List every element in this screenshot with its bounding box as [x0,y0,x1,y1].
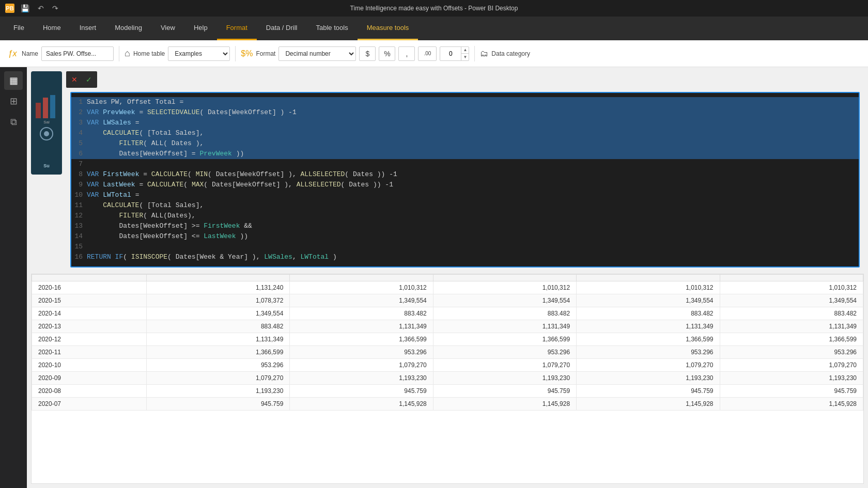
line-number: 3 [71,118,87,128]
cell-value: 1,131,349 [433,320,576,333]
line-number: 11 [71,200,87,211]
dax-line: 1Sales PW, Offset Total = [71,97,859,107]
format-currency-icon: $% [241,49,253,58]
svg-rect-5 [43,98,48,118]
svg-rect-4 [36,103,41,118]
window-title: Time Intelligence made easy with Offsets… [350,5,518,12]
dax-editor[interactable]: 1Sales PW, Offset Total = 2VAR PrevWeek … [70,92,860,267]
cell-value: 1,131,349 [577,320,720,333]
line-number: 12 [71,211,87,221]
table-row[interactable]: 2020-121,131,3491,366,5991,366,5991,366,… [32,333,863,346]
title-bar: PB 💾 ↶ ↷ Time Intelligence made easy wit… [0,0,868,17]
table-row[interactable]: 2020-10953.2961,079,2701,079,2701,079,27… [32,359,863,372]
undo-button[interactable]: ↶ [36,3,46,13]
menu-file[interactable]: File [4,17,34,40]
cell-date: 2020-07 [32,398,147,411]
visual-thumbnail: Sal Su [31,71,62,175]
table-row[interactable]: 2020-111,366,599953.296953.296953.296953… [32,346,863,359]
menu-home[interactable]: Home [34,17,70,40]
cell-value: 1,010,312 [433,281,576,294]
percent-button[interactable]: % [379,46,395,61]
table-row[interactable]: 2020-13883.4821,131,3491,131,3491,131,34… [32,320,863,333]
cancel-edit-button[interactable]: ✕ [68,73,81,86]
decrease-decimal-button[interactable]: .00 [418,46,437,61]
dollar-button[interactable]: $ [359,46,376,61]
menu-format[interactable]: Format [217,17,257,40]
menu-modeling[interactable]: Modeling [105,17,151,40]
sidebar: ▦ ⊞ ⧉ [0,67,27,488]
table-row[interactable]: 2020-151,078,3721,349,5541,349,5541,349,… [32,294,863,307]
dax-line: 4 CALCULATE( [Total Sales], [71,128,859,138]
dax-line: 8VAR FirstWeek = CALCULATE( MIN( Dates[W… [71,169,859,180]
line-content: VAR LWTotal = [87,190,859,200]
line-content: VAR FirstWeek = CALCULATE( MIN( Dates[We… [87,169,859,180]
cell-value: 1,145,928 [720,398,863,411]
sidebar-model-icon[interactable]: ⧉ [4,113,23,131]
menu-insert[interactable]: Insert [70,17,106,40]
home-table-select[interactable]: Examples [168,46,230,61]
svg-point-3 [44,131,49,136]
confirm-edit-button[interactable]: ✓ [83,73,95,86]
cell-value: 883.482 [720,307,863,320]
table-row[interactable]: 2020-141,349,554883.482883.482883.482883… [32,307,863,320]
cell-value: 1,079,270 [290,359,433,372]
cell-value: 945.759 [433,385,576,398]
dax-line: 13 Dates[WeekOffset] >= FirstWeek && [71,221,859,231]
line-content: Dates[WeekOffset] >= FirstWeek && [87,221,859,231]
cell-value: 1,131,349 [146,333,289,346]
cell-value: 1,366,599 [720,333,863,346]
cell-value: 1,349,554 [290,294,433,307]
cell-value: 1,366,599 [577,333,720,346]
redo-button[interactable]: ↷ [50,3,60,13]
table-row[interactable]: 2020-07945.7591,145,9281,145,9281,145,92… [32,398,863,411]
cell-value: 1,193,230 [433,372,576,385]
menu-view[interactable]: View [151,17,184,40]
line-content: Dates[WeekOffset] = PrevWeek )) [87,149,859,159]
content-area: Sal Su ✕ ✓ [27,67,868,488]
editor-controls: ✕ ✓ [66,71,97,88]
table-row[interactable]: 2020-161,131,2401,010,3121,010,3121,010,… [32,281,863,294]
cell-value: 1,145,928 [290,398,433,411]
menu-table-tools[interactable]: Table tools [306,17,357,40]
table-row[interactable]: 2020-091,079,2701,193,2301,193,2301,193,… [32,372,863,385]
divider-2 [235,46,236,61]
data-table-container[interactable]: 2020-161,131,2401,010,3121,010,3121,010,… [31,274,864,484]
menu-data-drill[interactable]: Data / Drill [257,17,307,40]
data-category-label: Data category [491,50,530,57]
cell-value: 1,145,928 [577,398,720,411]
cell-value: 1,145,928 [433,398,576,411]
decimal-value-input[interactable]: 0 [440,50,461,57]
save-button[interactable]: 💾 [19,3,32,13]
format-label: Format [256,50,275,57]
editor-row: Sal Su ✕ ✓ [31,71,864,272]
cell-value: 883.482 [433,307,576,320]
line-content: VAR LastWeek = CALCULATE( MAX( Dates[Wee… [87,180,859,190]
col-header-5 [720,275,863,281]
cell-value: 883.482 [146,320,289,333]
format-type-select[interactable]: Decimal number [278,46,356,61]
menu-measure-tools[interactable]: Measure tools [358,17,419,40]
comma-button[interactable]: , [398,46,415,61]
sidebar-data-icon[interactable]: ⊞ [4,92,23,111]
cell-value: 953.296 [290,346,433,359]
menu-help[interactable]: Help [184,17,217,40]
cell-value: 1,193,230 [577,372,720,385]
dax-line: 12 FILTER( ALL(Dates), [71,211,859,221]
decimal-up-arrow[interactable]: ▲ [461,46,469,54]
col-header-3 [433,275,576,281]
cell-value: 1,079,270 [146,372,289,385]
divider-1 [119,46,119,61]
formula-icon: ƒx [6,46,19,61]
measure-name-input[interactable] [41,46,114,61]
data-table: 2020-161,131,2401,010,3121,010,3121,010,… [32,274,863,411]
cell-value: 1,366,599 [290,333,433,346]
decimal-down-arrow[interactable]: ▼ [461,54,469,61]
cell-value: 945.759 [146,398,289,411]
sidebar-report-icon[interactable]: ▦ [4,71,23,90]
home-icon: ⌂ [125,48,130,59]
name-label: Name [22,50,38,57]
table-row[interactable]: 2020-081,193,230945.759945.759945.759945… [32,385,863,398]
line-number: 16 [71,252,87,262]
home-table-label: Home table [133,50,165,57]
cell-date: 2020-15 [32,294,147,307]
